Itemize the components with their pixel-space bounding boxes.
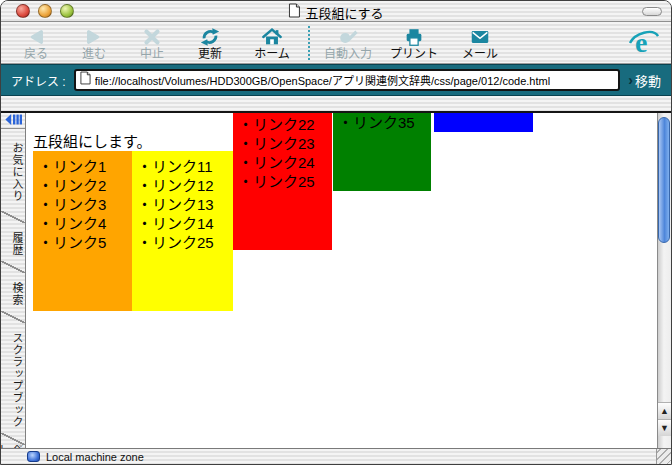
vertical-scrollbar[interactable]: ▲ ▼ (657, 113, 671, 448)
scroll-up-button[interactable]: ▲ (658, 402, 671, 419)
link-item[interactable]: ・リンク23 (233, 134, 332, 153)
minimize-button[interactable] (38, 4, 52, 18)
column-2: ・リンク11・リンク12・リンク13・リンク14・リンク25 (132, 151, 233, 311)
scroll-down-button[interactable]: ▼ (658, 419, 671, 436)
column-1: ・リンク1・リンク2・リンク3・リンク4・リンク5 (33, 151, 132, 311)
sidebar-tab-separator (1, 433, 25, 445)
link-item[interactable]: ・リンク22 (233, 115, 332, 134)
address-input[interactable]: file://localhost/Volumes/HDD300GB/OpenSp… (74, 69, 621, 91)
link-item[interactable]: ・リンク5 (33, 233, 132, 252)
sidebar-tab-separator (1, 211, 25, 223)
link-item[interactable]: ・リンク12 (132, 176, 233, 195)
mail-icon (468, 25, 492, 48)
toolbar-substrip (1, 96, 671, 111)
toolbar-button-label: 中止 (140, 48, 164, 61)
scrollbar-thumb[interactable] (658, 117, 670, 243)
toolbar-button-stop[interactable]: 中止 (123, 25, 181, 61)
column-3: ・リンク22・リンク23・リンク24・リンク25 (233, 113, 332, 250)
refresh-icon (198, 25, 222, 48)
go-button[interactable]: › 移動 (628, 71, 661, 90)
toolbar-separator (308, 26, 310, 60)
column-5 (434, 113, 533, 132)
window-controls (16, 4, 74, 18)
address-bar: アドレス : file://localhost/Volumes/HDD300GB… (1, 64, 671, 96)
link-item[interactable]: ・リンク24 (233, 153, 332, 172)
sidebar-tab-separator (1, 261, 25, 273)
sidebar-tab-3[interactable]: スクラップブック (1, 323, 25, 433)
toolbar-button-label: メール (462, 48, 498, 61)
toolbar-button-print[interactable]: プリント (381, 25, 447, 61)
toolbar-button-forward[interactable]: 進む (65, 25, 123, 61)
address-url-text: file://localhost/Volumes/HDD300GB/OpenSp… (95, 72, 550, 88)
print-icon (402, 25, 426, 48)
link-item[interactable]: ・リンク25 (233, 172, 332, 191)
back-icon (24, 25, 48, 48)
link-item[interactable]: ・リンク35 (333, 113, 431, 132)
toolbar-button-mail[interactable]: メール (447, 25, 513, 61)
collapse-titlebar-button[interactable] (642, 7, 662, 16)
link-item[interactable]: ・リンク2 (33, 176, 132, 195)
browser-window: 五段組にする 戻る進む中止更新ホーム自動入力プリントメール e アドレス : f… (0, 0, 672, 465)
toolbar-button-label: 戻る (24, 48, 48, 61)
main-area: お気に入り履歴検索スクラップブックペー 五段組にします。 ・リンク1・リンク2・… (1, 111, 671, 448)
home-icon (260, 25, 284, 48)
scrollbar-arrows: ▲ ▼ (658, 402, 671, 436)
autofill-icon (336, 25, 360, 48)
toolbar-button-label: ホーム (254, 48, 290, 61)
address-label: アドレス : (11, 72, 66, 89)
link-item[interactable]: ・リンク11 (132, 157, 233, 176)
page-content: 五段組にします。 ・リンク1・リンク2・リンク3・リンク4・リンク5・リンク11… (26, 113, 657, 448)
toolbar-button-label: 更新 (198, 48, 222, 61)
toolbar-button-back[interactable]: 戻る (7, 25, 65, 61)
sidebar-tab-2[interactable]: 検索 (1, 273, 25, 311)
link-item[interactable]: ・リンク3 (33, 195, 132, 214)
toolbar: 戻る進む中止更新ホーム自動入力プリントメール e (1, 22, 671, 64)
toolbar-button-label: 自動入力 (324, 48, 372, 61)
sidebar: お気に入り履歴検索スクラップブックペー (1, 113, 26, 448)
internet-explorer-logo-icon: e (629, 27, 659, 61)
toolbar-button-refresh[interactable]: 更新 (181, 25, 239, 61)
link-item[interactable]: ・リンク14 (132, 214, 233, 233)
link-item[interactable]: ・リンク13 (132, 195, 233, 214)
zoom-button[interactable] (60, 4, 74, 18)
content-heading: 五段組にします。 (33, 130, 152, 151)
toolbar-button-label: 進む (82, 48, 106, 61)
close-button[interactable] (16, 4, 30, 18)
document-icon (288, 3, 300, 22)
sidebar-tab-1[interactable]: 履歴 (1, 223, 25, 261)
link-item[interactable]: ・リンク1 (33, 157, 132, 176)
collapse-panel-icon (4, 113, 22, 130)
sidebar-collapse-button[interactable] (1, 113, 25, 129)
status-bar: Local machine zone (1, 448, 671, 464)
title-bar: 五段組にする (1, 1, 671, 22)
page-icon (80, 71, 91, 89)
sidebar-tab-separator (1, 311, 25, 323)
stop-icon (140, 25, 164, 48)
sidebar-tab-0[interactable]: お気に入り (1, 129, 25, 211)
window-title-area: 五段組にする (288, 3, 383, 22)
forward-icon (82, 25, 106, 48)
toolbar-button-autofill[interactable]: 自動入力 (315, 25, 381, 61)
link-item[interactable]: ・リンク4 (33, 214, 132, 233)
toolbar-button-home[interactable]: ホーム (239, 25, 305, 61)
resize-grip[interactable] (656, 449, 671, 464)
link-item[interactable]: ・リンク25 (132, 233, 233, 252)
toolbar-button-label: プリント (390, 48, 438, 61)
column-4: ・リンク35 (333, 113, 431, 191)
status-text: Local machine zone (46, 451, 144, 463)
security-zone-icon (27, 451, 40, 462)
toolbar-buttons: 戻る進む中止更新ホーム自動入力プリントメール (7, 25, 513, 61)
page-title: 五段組にする (305, 3, 383, 22)
go-arrow-icon: › (628, 72, 633, 88)
